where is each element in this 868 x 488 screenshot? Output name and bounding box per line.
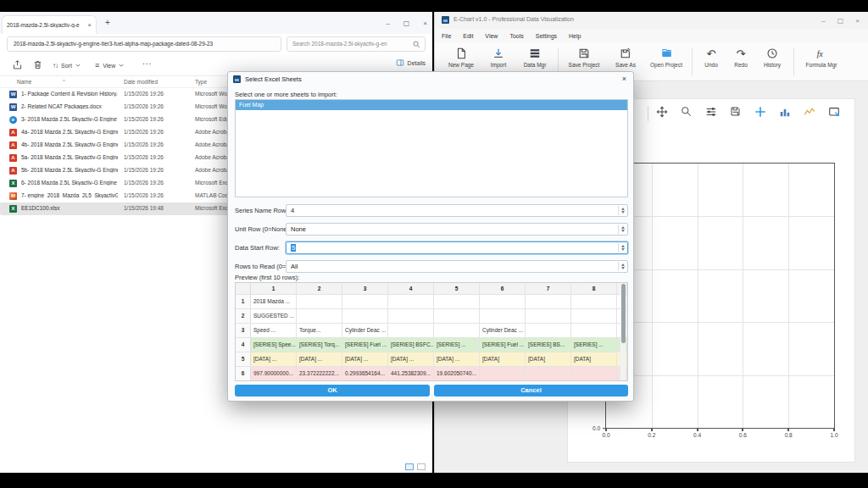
preview-cell[interactable]: [DATA] ... [297,352,342,366]
menu-tools[interactable]: Tools [509,33,523,39]
export-icon[interactable] [828,106,840,118]
preview-cell[interactable] [434,309,480,323]
preview-cell[interactable] [526,309,571,323]
preview-cell[interactable] [388,295,434,308]
explorer-tab[interactable]: 2018-mazda-2.5l-skyactiv-g-e × [2,15,97,34]
preview-cell[interactable] [434,324,480,337]
preview-cell[interactable]: [DATA] ... [251,352,297,366]
preview-cell[interactable]: 997.90000000... [251,367,297,380]
spin-up-icon[interactable] [621,226,625,229]
preview-cell[interactable] [297,309,342,323]
dialog-title-bar[interactable]: Select Excel Sheets × [228,72,633,86]
preview-cell[interactable] [571,324,617,337]
scrollbar-thumb[interactable] [621,284,626,343]
close-icon[interactable]: × [423,19,427,27]
search-input[interactable]: Search 2018-mazda-2.5l-skyactiv-g-en [287,36,426,52]
icons-view-toggle-icon[interactable] [417,463,426,470]
preview-cell[interactable]: [DATA] ... [342,352,388,366]
preview-cell[interactable] [388,324,434,337]
preview-cell[interactable]: [SERIES] BS... [526,338,571,352]
toolbar-open-project[interactable]: Open Project [643,46,690,68]
pan-icon[interactable] [656,106,668,118]
field-input-data-start-row[interactable]: 5 [286,241,628,254]
preview-cell[interactable] [434,295,480,308]
preview-cell[interactable] [342,295,388,308]
preview-cell[interactable]: 441.25382309... [388,367,434,380]
preview-cell[interactable]: [SERIES] BSFC... [388,338,434,352]
toolbar-save-project[interactable]: Save Project [560,46,608,68]
preview-cell[interactable] [526,324,571,337]
column-header-type[interactable]: Type [195,79,207,85]
preview-cell[interactable] [388,309,434,323]
spinner-control[interactable] [618,225,626,234]
close-icon[interactable]: × [855,17,860,25]
details-pane-button[interactable]: Details [396,58,426,67]
spin-down-icon[interactable] [621,230,625,232]
preview-cell[interactable]: [SERIES] Fuel ... [480,338,526,352]
field-input-series-name-row[interactable]: 4 [286,204,628,217]
preview-cell[interactable]: Speed ... [251,324,297,337]
preview-cell[interactable] [480,367,526,380]
column-header-name[interactable]: Name [17,79,31,85]
minimize-icon[interactable]: – [386,19,389,27]
tab-close-icon[interactable]: × [87,21,92,29]
preview-cell[interactable] [480,295,526,308]
preview-cell[interactable] [526,367,571,380]
maximize-icon[interactable]: ▢ [837,17,844,25]
preview-cell[interactable]: 19.602050740... [434,367,480,380]
more-options-icon[interactable]: ... [142,57,152,66]
zoom-icon[interactable] [681,106,693,118]
spinner-control[interactable] [618,206,626,215]
spin-up-icon[interactable] [621,208,625,210]
spin-down-icon[interactable] [621,248,625,251]
toolbar-data-mgr[interactable]: Data Mgr [511,46,559,68]
preview-cell[interactable]: [SERIES] Spee... [251,338,297,352]
spin-down-icon[interactable] [621,267,625,269]
details-view-toggle-icon[interactable] [405,463,414,470]
bar-chart-icon[interactable] [779,106,791,118]
view-button[interactable]: ≡ View [95,58,124,72]
preview-cell[interactable]: [DATA] [480,352,526,366]
share-icon[interactable] [12,59,24,71]
spin-down-icon[interactable] [621,211,625,214]
preview-cell[interactable]: 23.372222222... [297,367,342,380]
save-icon[interactable] [730,106,742,118]
delete-icon[interactable] [32,59,44,71]
menu-edit[interactable]: Edit [463,33,473,39]
preview-cell[interactable]: Cylinder Deac ... [342,324,388,337]
sort-button[interactable]: ↑↓ Sort [53,58,81,72]
toolbar-formula-mgr[interactable]: fxFormula Mgr [798,46,845,68]
dialog-close-icon[interactable]: × [622,75,626,83]
preview-cell[interactable]: [DATA] ... [388,352,434,366]
address-breadcrumb[interactable]: 2018-mazda-2.5l-skyactiv-g-engine-tier3-… [7,36,281,52]
preview-cell[interactable] [571,309,617,323]
spinner-control[interactable] [618,262,626,271]
menu-view[interactable]: View [485,33,498,39]
toolbar-history[interactable]: History [748,46,796,68]
preview-cell[interactable]: Torque... [297,324,342,337]
preview-cell[interactable] [571,295,617,308]
line-chart-icon[interactable] [804,106,815,118]
column-header-date[interactable]: Date modified [124,79,158,85]
preview-cell[interactable]: [DATA] [571,352,617,366]
cancel-button[interactable]: Cancel [434,385,628,396]
menu-help[interactable]: Help [569,33,581,39]
sheet-list-item[interactable]: Fuel Map [236,100,627,110]
add-icon[interactable] [754,106,766,118]
menu-settings[interactable]: Settings [536,33,557,39]
search-icon[interactable] [413,41,420,48]
preview-table-scrollbar[interactable] [620,283,626,380]
preview-cell[interactable]: 2018 Mazda ... [251,295,297,308]
preview-cell[interactable]: [DATA] [526,352,571,366]
spin-up-icon[interactable] [621,245,625,247]
preview-cell[interactable] [342,309,388,323]
preview-cell[interactable]: [SERIES] Torq... [297,338,342,352]
preview-cell[interactable] [571,367,617,380]
filters-icon[interactable] [705,106,717,118]
preview-cell[interactable]: 0.2993654164... [342,367,388,380]
preview-cell[interactable]: Cylinder Deac ... [480,324,526,337]
new-tab-icon[interactable]: + [105,19,110,27]
preview-cell[interactable] [526,295,571,308]
menu-file[interactable]: File [442,33,451,39]
ok-button[interactable]: OK [235,385,430,396]
